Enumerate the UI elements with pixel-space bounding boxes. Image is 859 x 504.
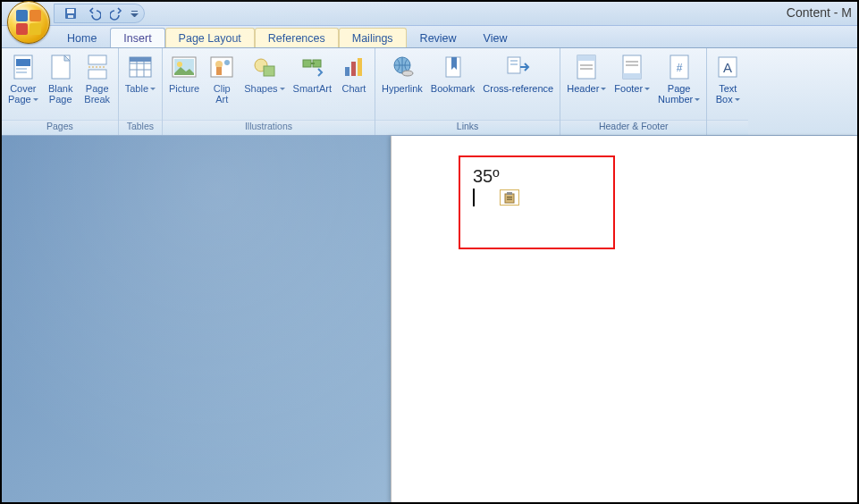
svg-rect-37 [623, 73, 641, 79]
page-number-label: Page Number [658, 83, 700, 105]
svg-text:#: # [676, 62, 682, 74]
svg-rect-39 [626, 64, 638, 66]
group-text-label [707, 120, 748, 135]
svg-rect-33 [577, 55, 595, 61]
svg-rect-45 [507, 192, 512, 195]
clipboard-icon [503, 191, 516, 204]
page-number-icon: # [665, 53, 694, 81]
document-page[interactable]: 35º [391, 136, 857, 502]
document-background: 35º [2, 136, 857, 502]
text-box-label: Text Box [716, 83, 740, 105]
window-title: Content - M [787, 5, 852, 20]
footer-button[interactable]: Footer [611, 51, 653, 94]
svg-rect-34 [580, 64, 593, 66]
svg-rect-46 [507, 197, 512, 197]
header-label: Header [567, 83, 606, 94]
text-box-button[interactable]: A Text Box [710, 51, 745, 105]
header-button[interactable]: Header [563, 51, 610, 94]
svg-rect-35 [580, 68, 593, 70]
svg-text:A: A [723, 60, 732, 75]
svg-rect-44 [505, 194, 514, 203]
footer-icon [618, 53, 646, 81]
highlight-box: 35º [459, 155, 615, 249]
page-number-button[interactable]: # Page Number [654, 51, 703, 105]
text-box-icon: A [713, 53, 742, 81]
office-logo-icon [16, 10, 41, 35]
group-header-footer: Header Footer # Page Number Header & Foo… [560, 48, 707, 135]
svg-rect-38 [626, 61, 638, 63]
document-text: 35º [473, 166, 601, 187]
text-cursor [473, 189, 475, 206]
paste-options-button[interactable] [500, 189, 519, 206]
footer-label: Footer [614, 83, 650, 94]
group-header-footer-label: Header & Footer [560, 120, 706, 135]
header-icon [572, 53, 601, 81]
office-button[interactable] [7, 1, 50, 44]
group-text: A Text Box [707, 48, 748, 135]
svg-rect-47 [507, 199, 512, 200]
